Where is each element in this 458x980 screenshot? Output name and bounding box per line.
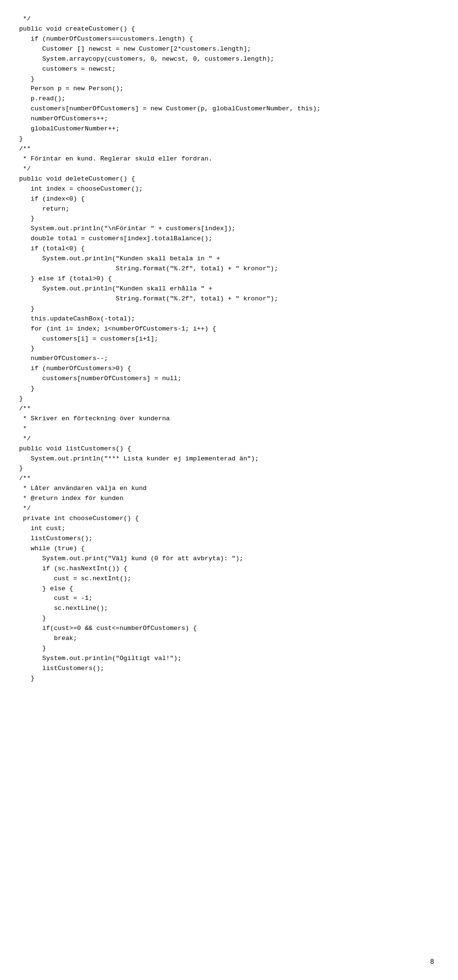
code-line: customers[numberOfCustomers] = null; [19,374,439,384]
code-line: System.out.println("Kunden skall betala … [19,254,439,264]
code-line: } [19,464,439,474]
code-line: } else if (total>0) { [19,274,439,284]
code-line: System.out.println("Ogiltigt val!"); [19,654,439,664]
code-line: public void listCustomers() { [19,444,439,454]
code-line: double total = customers[index].totalBal… [19,234,439,244]
code-line: */ [19,504,439,514]
code-line: private int chooseCustomer() { [19,514,439,524]
code-line: * Skriver en förteckning över kunderna [19,414,439,424]
code-line: } [19,614,439,624]
code-line: System.out.println("\nFörintar " + custo… [19,224,439,234]
code-line: String.format("%.2f", total) + " kronor"… [19,264,439,274]
code-line: } [19,134,439,144]
code-line: */ [19,164,439,174]
code-line: if(cust>=0 && cust<=numberOfCustomers) { [19,624,439,634]
code-line: if (total<0) { [19,244,439,254]
code-line: } else { [19,584,439,594]
code-line: * @return index för kunden [19,494,439,504]
code-line: customers[numberOfCustomers] = new Custo… [19,104,439,114]
code-line: } [19,394,439,404]
code-line: } [19,214,439,224]
code-line: } [19,644,439,654]
code-line: } [19,384,439,394]
page-number: 8 [430,958,434,966]
code-line: /** [19,144,439,154]
code-line: } [19,344,439,354]
code-line: * Låter användaren välja en kund [19,484,439,494]
code-line: numberOfCustomers--; [19,354,439,364]
code-line: } [19,75,439,85]
code-line: public void deleteCustomer() { [19,174,439,184]
code-line: for (int i= index; i<numberOfCustomers-1… [19,324,439,334]
code-line: if (numberOfCustomers==customers.length)… [19,34,439,44]
code-line: System.out.print("Välj kund (0 för att a… [19,554,439,564]
code-line: listCustomers(); [19,534,439,544]
code-line: customers[i] = customers[i+1]; [19,334,439,344]
code-line: public void createCustomer() { [19,24,439,34]
code-line: * Förintar en kund. Reglerar skuld eller… [19,154,439,164]
code-line: if (index<0) { [19,194,439,204]
code-line: p.read(); [19,94,439,104]
code-line: globalCustomerNumber++; [19,124,439,134]
code-line: /** [19,404,439,414]
code-line: return; [19,204,439,214]
code-line: if (sc.hasNextInt()) { [19,564,439,574]
code-line: Customer [] newcst = new Customer[2*cust… [19,44,439,54]
code-line: System.out.println("*** Lista kunder ej … [19,454,439,464]
code-line: /** [19,474,439,484]
code-line: } [19,304,439,314]
code-line: this.updateCashBox(-total); [19,314,439,324]
code-line: listCustomers(); [19,664,439,674]
code-line: customers = newcst; [19,64,439,75]
code-line: int cust; [19,524,439,534]
code-line: numberOfCustomers++; [19,114,439,124]
code-line: if (numberOfCustomers>0) { [19,364,439,374]
code-line: int index = chooseCustomer(); [19,184,439,194]
code-line: while (true) { [19,544,439,554]
code-line: */ [19,14,439,24]
code-line: * [19,424,439,434]
code-line: */ [19,434,439,444]
code-line: cust = -1; [19,594,439,604]
code-line: String.format("%.2f", total) + " kronor"… [19,294,439,304]
code-line: break; [19,634,439,644]
code-line: } [19,674,439,684]
code-block: */public void createCustomer() { if (num… [19,10,439,689]
code-line: System.out.println("Kunden skall erhålla… [19,284,439,294]
code-line: System.arraycopy(customers, 0, newcst, 0… [19,54,439,64]
code-line: cust = sc.nextInt(); [19,574,439,584]
code-line: Person p = new Person(); [19,84,439,94]
code-line: sc.nextLine(); [19,604,439,614]
